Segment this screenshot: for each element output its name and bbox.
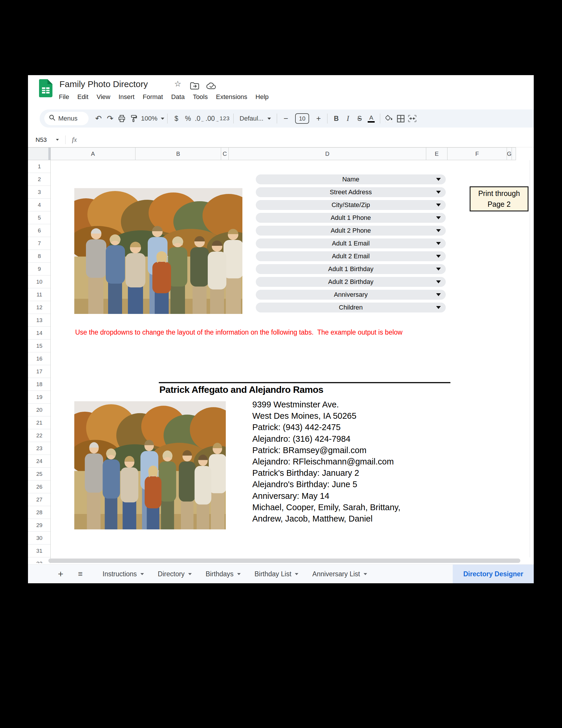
row-header[interactable]: 29 (28, 519, 51, 532)
menu-item[interactable]: Edit (77, 93, 88, 101)
all-sheets-icon[interactable]: ≡ (74, 570, 87, 579)
chevron-down-icon[interactable] (56, 139, 59, 141)
field-dropdown[interactable]: Anniversary (256, 290, 446, 300)
column-header[interactable]: E (426, 147, 448, 160)
fill-color-button[interactable] (383, 112, 395, 125)
column-header[interactable]: G (507, 147, 512, 160)
row-header[interactable]: 2 (28, 173, 51, 186)
sheet-tab[interactable]: Anniversary List (305, 565, 374, 583)
increase-decimal-button[interactable]: .00→ (205, 112, 219, 125)
sheet-tab[interactable]: Birthday List (247, 565, 306, 583)
dropdown-caret-icon[interactable] (436, 242, 441, 245)
font-family-selector[interactable]: Defaul... (236, 112, 274, 125)
sheet-tab[interactable]: Directory Designer (453, 565, 534, 583)
row-header[interactable]: 10 (28, 275, 51, 288)
row-header[interactable]: 21 (28, 416, 51, 429)
font-size-input[interactable]: 10 (295, 113, 309, 124)
number-format-button[interactable]: 123 (219, 112, 230, 125)
undo-button[interactable]: ↶ (93, 112, 104, 125)
column-header[interactable]: B (135, 147, 221, 160)
sheet-tab-menu-icon[interactable] (364, 573, 367, 575)
increase-font-size-button[interactable]: + (313, 112, 324, 125)
row-header[interactable]: 13 (28, 314, 51, 327)
decrease-decimal-button[interactable]: .0← (194, 112, 205, 125)
dropdown-caret-icon[interactable] (436, 216, 441, 219)
merge-cells-button[interactable] (407, 112, 418, 125)
menu-item[interactable]: Help (255, 93, 268, 101)
sheet-tab-menu-icon[interactable] (188, 573, 192, 575)
field-dropdown[interactable]: City/State/Zip (256, 200, 446, 210)
column-header[interactable]: A (51, 147, 135, 160)
dropdown-caret-icon[interactable] (436, 229, 441, 232)
document-title[interactable]: Family Photo Directory (59, 79, 148, 89)
paint-format-button[interactable] (128, 112, 139, 125)
row-header[interactable]: 27 (28, 493, 51, 506)
row-header[interactable]: 32 (28, 557, 51, 563)
row-header[interactable]: 5 (28, 211, 51, 224)
star-icon[interactable]: ☆ (174, 79, 181, 89)
menu-item[interactable]: Data (171, 93, 184, 101)
menu-item[interactable]: File (59, 93, 69, 101)
row-header[interactable]: 8 (28, 250, 51, 263)
row-header[interactable]: 18 (28, 378, 51, 391)
row-header[interactable]: 4 (28, 199, 51, 211)
borders-button[interactable] (395, 112, 407, 125)
row-header[interactable]: 24 (28, 455, 51, 468)
row-header[interactable]: 7 (28, 237, 51, 250)
sheet-tab[interactable]: Instructions (96, 565, 151, 583)
row-header[interactable]: 9 (28, 263, 51, 275)
add-sheet-button[interactable]: + (55, 569, 66, 579)
strikethrough-button[interactable]: S (354, 112, 365, 125)
bold-button[interactable]: B (331, 112, 342, 125)
field-dropdown[interactable]: Street Address (256, 187, 446, 197)
menu-item[interactable]: Tools (193, 93, 208, 101)
row-header[interactable]: 15 (28, 340, 51, 352)
sheets-logo-icon[interactable] (39, 79, 52, 98)
sheet-tab-menu-icon[interactable] (140, 573, 144, 575)
row-header[interactable]: 16 (28, 352, 51, 365)
menu-item[interactable]: Extensions (216, 93, 247, 101)
print-button[interactable] (116, 112, 128, 125)
dropdown-caret-icon[interactable] (436, 178, 441, 181)
dropdown-caret-icon[interactable] (436, 204, 441, 206)
row-header[interactable]: 20 (28, 404, 51, 416)
dropdown-caret-icon[interactable] (436, 255, 441, 258)
column-header[interactable]: F (448, 147, 507, 160)
menus-search-button[interactable]: Menus (44, 112, 89, 125)
select-all-corner[interactable] (28, 147, 51, 160)
column-header[interactable]: D (229, 147, 426, 160)
text-color-button[interactable]: A (365, 112, 377, 125)
decrease-font-size-button[interactable]: − (280, 112, 292, 125)
field-dropdown[interactable]: Adult 2 Email (256, 251, 446, 261)
field-dropdown[interactable]: Adult 1 Email (256, 238, 446, 248)
dropdown-caret-icon[interactable] (436, 293, 441, 296)
cloud-status-icon[interactable] (206, 82, 217, 92)
sheet-tab[interactable]: Birthdays (199, 565, 247, 583)
row-header[interactable]: 6 (28, 224, 51, 237)
row-header[interactable]: 30 (28, 532, 51, 545)
column-header-partial[interactable] (512, 147, 516, 160)
row-header[interactable]: 28 (28, 506, 51, 519)
field-dropdown[interactable]: Name (256, 174, 446, 184)
row-header[interactable]: 3 (28, 186, 51, 199)
format-currency-button[interactable]: $ (170, 112, 182, 125)
dropdown-caret-icon[interactable] (436, 306, 441, 309)
row-header[interactable]: 12 (28, 301, 51, 314)
field-dropdown[interactable]: Adult 1 Birthday (256, 264, 446, 274)
italic-button[interactable]: I (342, 112, 354, 125)
column-header[interactable]: C (221, 147, 229, 160)
dropdown-caret-icon[interactable] (436, 268, 441, 271)
menu-item[interactable]: Format (143, 93, 163, 101)
menu-item[interactable]: View (96, 93, 110, 101)
row-header[interactable]: 31 (28, 545, 51, 557)
redo-button[interactable]: ↷ (104, 112, 116, 125)
name-box[interactable]: N53 (36, 136, 55, 143)
row-header[interactable]: 19 (28, 391, 51, 404)
zoom-control[interactable]: 100% (141, 112, 164, 125)
sheet-tab[interactable]: Directory (151, 565, 199, 583)
dropdown-caret-icon[interactable] (436, 280, 441, 283)
sheet-tab-menu-icon[interactable] (237, 573, 241, 575)
row-header[interactable]: 25 (28, 468, 51, 480)
field-dropdown[interactable]: Adult 2 Birthday (256, 277, 446, 287)
field-dropdown[interactable]: Adult 1 Phone (256, 213, 446, 223)
